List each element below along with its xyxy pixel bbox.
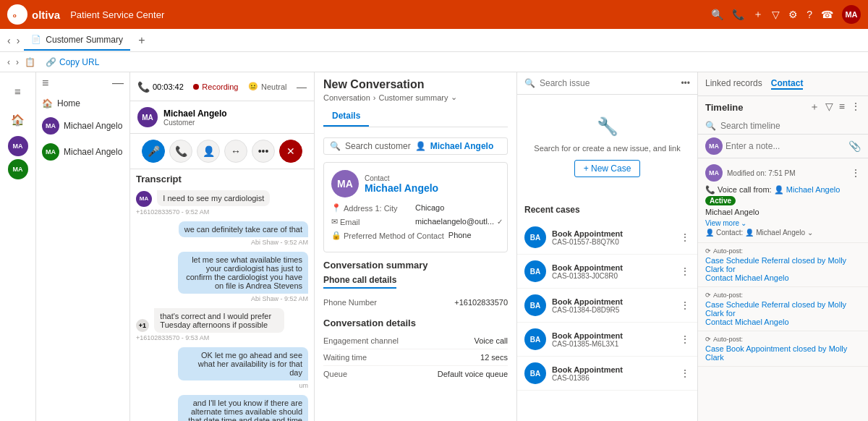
url-back[interactable]: ‹: [7, 57, 10, 67]
sidebar-home-icon[interactable]: 🏠: [5, 107, 31, 133]
nav-home[interactable]: 🏠 Home: [36, 94, 129, 113]
message-6: and I'll let you know if there are alter…: [136, 395, 308, 421]
contact-expand[interactable]: ⌄: [807, 229, 813, 237]
new-case-button[interactable]: + New Case: [574, 160, 641, 177]
breadcrumb-chevron: ⌄: [451, 93, 457, 102]
ti-modified: Modified on: 7:51 PM: [727, 169, 796, 177]
sidebar-agent-2[interactable]: MA: [8, 159, 28, 179]
neutral-button[interactable]: 😐 Neutral: [248, 82, 286, 91]
expand-icon: ⌄: [741, 219, 746, 227]
autopost-contact-2: Contact Michael Angelo: [705, 318, 861, 326]
more-icon[interactable]: •••: [681, 78, 690, 88]
nav-michael-2[interactable]: MA Michael Angelo: [36, 139, 129, 165]
mute-button[interactable]: 🎤: [142, 140, 165, 163]
left-sidebar: ≡ 🏠 MA MA: [0, 72, 36, 421]
end-call-button[interactable]: ✕: [279, 140, 302, 163]
phone-alt-icon[interactable]: ☎: [821, 9, 833, 20]
nav-michael-1[interactable]: MA Michael Angelo: [36, 113, 129, 139]
copy-url-button[interactable]: 🔗 Copy URL: [41, 56, 103, 69]
search-issue-input[interactable]: [540, 78, 676, 88]
call-type-label: Voice call from:: [718, 185, 772, 194]
cs-breadcrumb: Conversation › Customer summary ⌄: [323, 93, 508, 102]
email-icon: ✉: [331, 217, 338, 226]
case-item-3[interactable]: BA Book Appointment CAS-01384-D8D9R5 ⋮: [517, 289, 697, 323]
conversation-details: Conversation details Engagement channel …: [323, 318, 508, 382]
ti-content: 📞 Voice call from: 👤 Michael Angelo Acti…: [705, 184, 861, 207]
conversation-details-title: Conversation details: [323, 318, 508, 328]
add-tab-button[interactable]: +: [133, 32, 150, 49]
ti-more-icon[interactable]: ⋮: [851, 167, 861, 179]
email-verify-icon[interactable]: ✓: [497, 218, 503, 226]
add-icon[interactable]: ＋: [753, 8, 763, 21]
more-button[interactable]: •••: [252, 140, 275, 163]
msg-bubble: we can definitely take care of that: [179, 221, 308, 237]
list-timeline-icon[interactable]: ≡: [839, 101, 845, 114]
call-header: 📞 00:03:42 Recording 😐 Neutral —: [130, 72, 314, 101]
tab-customer-summary[interactable]: 📄 Customer Summary: [24, 30, 130, 51]
case-more-2[interactable]: ⋮: [680, 265, 690, 277]
search-customer-row[interactable]: 🔍 Search customer 👤 Michael Angelo: [323, 137, 508, 155]
case-avatar-5: BA: [524, 362, 546, 384]
case-more-4[interactable]: ⋮: [680, 333, 690, 345]
sidebar-agent-1[interactable]: MA: [8, 136, 28, 156]
case-more-5[interactable]: ⋮: [680, 367, 690, 379]
case-item-5[interactable]: BA Book Appointment CAS-01386 ⋮: [517, 357, 697, 391]
case-avatar-1: BA: [524, 226, 546, 248]
search-icon: 🔍: [330, 141, 341, 151]
user-avatar[interactable]: MA: [842, 5, 861, 24]
cs-body: 🔍 Search customer 👤 Michael Angelo MA Co…: [315, 130, 516, 389]
settings-icon[interactable]: ⚙: [788, 9, 798, 20]
waiting-time-field: Waiting time 12 secs: [323, 349, 508, 366]
back-nav[interactable]: ‹: [7, 35, 11, 46]
tab-icon: 📄: [31, 35, 41, 44]
linked-records-tabs: Linked records Contact: [705, 78, 803, 90]
queue-label: Queue: [323, 370, 347, 378]
header-icons: 🔍 📞 ＋ ▽ ⚙ ? ☎ MA: [711, 5, 861, 24]
call-customer-icon: 👤: [774, 185, 784, 194]
case-item-1[interactable]: BA Book Appointment CAS-01557-B8Q7K0 ⋮: [517, 221, 697, 255]
forward-nav[interactable]: ›: [17, 35, 20, 46]
filter-icon[interactable]: ▽: [772, 9, 780, 20]
panel-toggle[interactable]: ≡: [42, 77, 48, 90]
timeline-search-input[interactable]: [720, 121, 861, 131]
case-more-3[interactable]: ⋮: [680, 299, 690, 311]
phone-icon[interactable]: 📞: [732, 9, 744, 20]
attachment-icon[interactable]: 📎: [848, 140, 861, 152]
record-button[interactable]: Recording: [193, 82, 238, 91]
ti-header-left: MA Modified on: 7:51 PM: [705, 164, 796, 182]
neutral-label: Neutral: [261, 82, 286, 91]
linked-records-tab[interactable]: Linked records: [705, 78, 762, 90]
case-item-2[interactable]: BA Book Appointment CAS-01383-J0C8R0 ⋮: [517, 255, 697, 289]
cases-empty-state: 🔧 Search for or create a new issue, and …: [517, 95, 697, 199]
phone-call-details-title: Phone call details: [323, 275, 396, 289]
agent-name-2: Michael Angelo: [64, 147, 122, 157]
minimize-button[interactable]: —: [297, 81, 307, 93]
phone-number-label: Phone Number: [323, 298, 377, 307]
sidebar-menu-icon[interactable]: ≡: [5, 78, 31, 104]
case-more-1[interactable]: ⋮: [680, 231, 690, 243]
search-icon[interactable]: 🔍: [711, 9, 723, 20]
note-input-row: MA 📎: [698, 135, 868, 158]
contact-tab[interactable]: Contact: [771, 78, 804, 90]
more-timeline-icon[interactable]: ⋮: [851, 101, 861, 114]
hold-button[interactable]: 📞: [169, 140, 192, 163]
contact-icon-2: 👤: [745, 229, 754, 237]
help-icon[interactable]: ?: [807, 9, 812, 20]
cases-panel: 🔍 ••• 🔧 Search for or create a new issue…: [517, 72, 698, 421]
case-item-4[interactable]: BA Book Appointment CAS-01385-M6L3X1 ⋮: [517, 323, 697, 357]
msg-bubble: and I'll let you know if there are alter…: [178, 395, 308, 421]
recent-cases-title: Recent cases: [517, 199, 697, 221]
panel-minimize[interactable]: —: [112, 77, 124, 90]
add-timeline-icon[interactable]: ＋: [809, 101, 820, 114]
empty-text: Search for or create a new issue, and li…: [534, 144, 680, 153]
timer-value: 00:03:42: [153, 82, 184, 91]
home-icon: 🏠: [42, 98, 53, 109]
transfer-button[interactable]: 👤: [197, 140, 220, 163]
call-status-badge: Active: [705, 196, 736, 205]
view-more-link[interactable]: View more ⌄: [705, 219, 861, 227]
note-input[interactable]: [726, 141, 846, 151]
swap-button[interactable]: ↔: [224, 140, 247, 163]
tab-details[interactable]: Details: [323, 106, 369, 127]
url-forward[interactable]: ›: [16, 57, 19, 67]
filter-timeline-icon[interactable]: ▽: [825, 101, 833, 114]
